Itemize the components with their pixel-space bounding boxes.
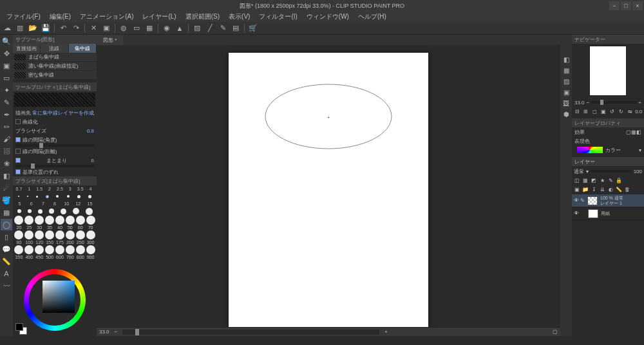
menu-edit[interactable]: 編集(E) xyxy=(46,12,75,21)
expression-color-swatch[interactable] xyxy=(577,147,603,153)
delete-layer-icon[interactable]: 🗑 xyxy=(623,185,631,193)
effect-border-icon[interactable]: ▢ xyxy=(626,129,631,135)
eraser-tool[interactable]: ◧ xyxy=(1,170,12,182)
new-layer-icon[interactable]: ▣ xyxy=(573,185,581,193)
grid-button[interactable]: ▤ xyxy=(230,23,242,34)
frame-tool[interactable]: ▯ xyxy=(1,231,12,243)
mat-manga-icon[interactable]: ▣ xyxy=(561,87,571,97)
menu-animation[interactable]: アニメーション(A) xyxy=(76,12,137,21)
layer-item-1[interactable]: 👁 ✎ 100 % 通常レイヤー 1 xyxy=(572,194,644,207)
gap-dist-checkbox[interactable] xyxy=(15,149,21,154)
fill-button[interactable]: ◍ xyxy=(118,23,129,34)
nav-zoom-value[interactable]: 33.0 xyxy=(574,100,585,106)
subtool-item-dense[interactable]: 密な集中線 xyxy=(13,71,97,80)
redo-button[interactable]: ↷ xyxy=(70,23,82,34)
pen-tool[interactable]: ✒ xyxy=(1,109,12,120)
perspective-button[interactable]: ✎ xyxy=(217,23,229,34)
tp-drawdest-value[interactable]: 常に集中線レイヤーを作成 xyxy=(32,109,94,117)
canvas-tab[interactable]: 図形 * xyxy=(97,35,123,45)
visibility-icon[interactable]: 👁 xyxy=(574,210,580,216)
magnify-tool[interactable]: 🔍 xyxy=(1,35,12,47)
tone-button[interactable]: ▦ xyxy=(144,23,155,34)
opacity-value[interactable]: 100 xyxy=(634,169,642,174)
subtool-item-dense-curve[interactable]: 濃い集中線(曲線指定) xyxy=(13,62,97,71)
ruler-tool[interactable]: 📏 xyxy=(1,256,12,267)
wand-tool[interactable]: ✦ xyxy=(1,84,12,96)
brush-size-row-4[interactable] xyxy=(13,230,97,240)
nav-fit-icon[interactable]: ▣ xyxy=(600,107,608,116)
brush-size-row-1[interactable] xyxy=(13,192,97,200)
subtool-item-sparse[interactable]: まばら集中線 xyxy=(13,53,97,62)
curve-checkbox[interactable] xyxy=(15,119,21,124)
nav-angle-value[interactable]: 0.0 xyxy=(634,107,643,116)
minimize-button[interactable]: − xyxy=(609,1,620,10)
figure-tool[interactable]: ◯ xyxy=(1,219,12,230)
brush-size-row-3[interactable] xyxy=(13,215,97,225)
3d-button[interactable]: ◉ xyxy=(161,23,173,34)
nav-100-icon[interactable]: ◻ xyxy=(591,107,599,116)
balloon-tool[interactable]: 💬 xyxy=(1,243,12,255)
open-button[interactable]: 📂 xyxy=(27,23,39,34)
opacity-slider[interactable] xyxy=(591,170,632,172)
draft-icon[interactable]: ✎ xyxy=(607,176,614,184)
visibility-icon[interactable]: 👁 xyxy=(574,198,580,203)
nav-flip-icon[interactable]: ⇋ xyxy=(626,107,634,116)
menu-file[interactable]: ファイル(F) xyxy=(3,12,44,21)
mask-icon[interactable]: ◐ xyxy=(607,185,614,193)
marquee-tool[interactable]: ▭ xyxy=(1,72,12,84)
mat-image-icon[interactable]: 🖼 xyxy=(561,98,571,108)
nav-zoomin-icon[interactable]: ⊞ xyxy=(582,107,591,116)
delete-button[interactable]: ✕ xyxy=(88,23,99,34)
sv-square[interactable] xyxy=(43,281,75,313)
undo-button[interactable]: ↶ xyxy=(57,23,69,34)
menu-select[interactable]: 選択範囲(S) xyxy=(182,12,223,21)
subtool-tab-focus[interactable]: 集中線 xyxy=(69,44,97,53)
bundle-checkbox[interactable] xyxy=(15,158,21,163)
clear-button[interactable]: ▣ xyxy=(100,23,112,34)
menu-filter[interactable]: フィルター(I) xyxy=(255,12,301,21)
mat-mono-icon[interactable]: ▨ xyxy=(561,76,571,86)
lock-alpha-icon[interactable]: ◫ xyxy=(573,176,581,184)
nav-rotleft-icon[interactable]: ↺ xyxy=(609,107,617,116)
operation-tool[interactable]: ▣ xyxy=(1,60,12,71)
navigator-thumbnail[interactable] xyxy=(590,46,626,95)
brush-size-row-5[interactable] xyxy=(13,245,97,255)
fill-tool[interactable]: 🪣 xyxy=(1,194,12,206)
save-button[interactable]: 💾 xyxy=(40,23,52,34)
effect-color-icon[interactable]: ◧ xyxy=(636,129,641,135)
ruler-layer-icon[interactable]: 📏 xyxy=(615,185,623,193)
maximize-button[interactable]: □ xyxy=(621,1,631,10)
lock-icon[interactable]: 🔒 xyxy=(615,176,623,184)
subtool-tab-stream[interactable]: 流線 xyxy=(41,44,68,53)
zoom-out-icon[interactable]: − xyxy=(115,329,118,335)
text-tool[interactable]: A xyxy=(1,268,12,279)
nav-rotright-icon[interactable]: ↻ xyxy=(617,107,625,116)
canvas-page[interactable]: + xyxy=(229,53,428,327)
menu-view[interactable]: 表示(V) xyxy=(225,12,254,21)
assets-button[interactable]: 🛒 xyxy=(247,23,259,34)
brush-tool[interactable]: 🖌 xyxy=(1,133,12,145)
layer-item-paper[interactable]: 👁 用紙 xyxy=(572,207,644,220)
scale-button[interactable]: ▭ xyxy=(131,23,142,34)
nav-zoom-slider[interactable] xyxy=(591,101,636,104)
eyedropper-tool[interactable]: ✎ xyxy=(1,97,12,108)
menu-window[interactable]: ウィンドウ(W) xyxy=(303,12,353,21)
layer-thumbnail[interactable] xyxy=(588,209,598,218)
gap-angle-slider[interactable] xyxy=(15,144,94,147)
main-color[interactable] xyxy=(15,323,23,331)
zoom-readout[interactable]: 33.0 xyxy=(99,329,109,335)
gap-angle-checkbox[interactable] xyxy=(15,137,21,142)
bundle-slider[interactable] xyxy=(15,165,94,167)
decoration-tool[interactable]: ❀ xyxy=(1,158,12,169)
subtool-tab-direct[interactable]: 直接描画 xyxy=(13,44,41,53)
transfer-icon[interactable]: ↧ xyxy=(590,185,598,193)
layer-thumbnail[interactable] xyxy=(587,196,598,205)
fit-icon[interactable]: ▢ xyxy=(553,329,558,335)
nav-zoomout-icon[interactable]: ⊟ xyxy=(573,107,582,116)
zoom-slider[interactable] xyxy=(122,330,379,335)
brush-size-row-2[interactable] xyxy=(13,207,97,215)
ref-icon[interactable]: ★ xyxy=(598,176,606,184)
new-folder-icon[interactable]: 📁 xyxy=(582,185,589,193)
shift-checkbox[interactable] xyxy=(15,169,21,174)
clip-icon[interactable]: ◩ xyxy=(590,176,598,184)
